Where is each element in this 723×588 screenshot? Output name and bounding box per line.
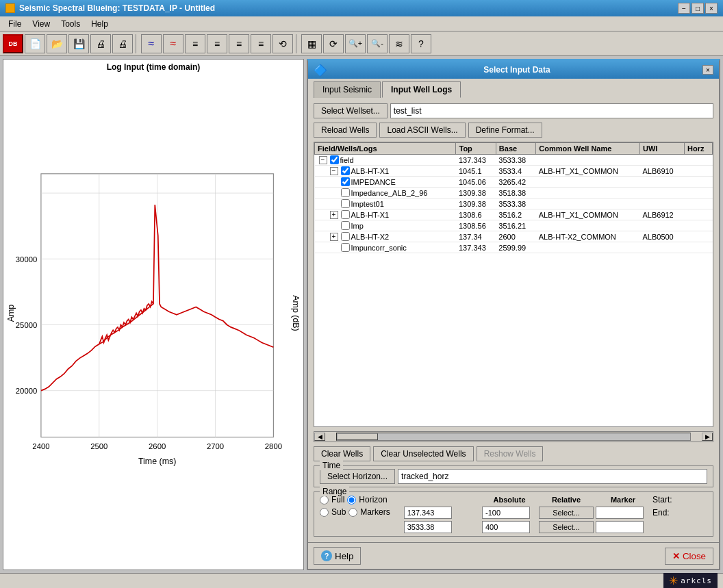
- toolbar-open-btn[interactable]: 📂: [47, 34, 67, 53]
- toolbar-list1-btn[interactable]: ≡: [185, 34, 205, 53]
- start-marker-input[interactable]: [596, 507, 644, 519]
- minimize-btn[interactable]: −: [678, 3, 690, 14]
- expander-alb-ht-x2[interactable]: +: [330, 233, 338, 241]
- tree-table: Field/Wells/Logs Top Base Common Well Na…: [314, 142, 713, 253]
- select-horizon-btn[interactable]: Select Horizon...: [320, 469, 395, 484]
- start-relative-input[interactable]: [482, 507, 530, 519]
- horizon-input[interactable]: [398, 469, 707, 484]
- svg-text:Amp (dB): Amp (dB): [291, 295, 301, 331]
- table-row: − ALB-HT-X1 1045.1 3533.4 ALB-HT_X1_COMM…: [315, 166, 713, 177]
- end-absolute-input[interactable]: [404, 521, 452, 533]
- menu-view[interactable]: View: [27, 18, 55, 30]
- expander-field[interactable]: −: [319, 156, 327, 164]
- expander-alb-ht-x1-1[interactable]: −: [330, 167, 338, 175]
- menu-file[interactable]: File: [3, 18, 27, 30]
- cell-uwi: [639, 155, 684, 166]
- end-relative-input[interactable]: [482, 521, 530, 533]
- tab-input-seismic[interactable]: Input Seismic: [314, 81, 381, 98]
- maximize-btn[interactable]: □: [692, 3, 704, 14]
- radio-sub[interactable]: [320, 508, 329, 517]
- end-label: End:: [652, 508, 707, 517]
- help-btn[interactable]: ? Help: [314, 547, 361, 565]
- toolbar-zoom-in-btn[interactable]: 🔍+: [345, 34, 366, 53]
- toolbar-grid-btn[interactable]: ▦: [301, 34, 322, 53]
- radio-markers[interactable]: [348, 508, 357, 517]
- radio-horizon[interactable]: [347, 496, 356, 504]
- wellset-input[interactable]: [390, 103, 713, 118]
- cell-horz: [685, 166, 713, 177]
- scroll-right-btn[interactable]: ▶: [702, 433, 713, 441]
- bottom-buttons: Clear Wells Clear Unselected Wells Resho…: [314, 446, 713, 461]
- checkbox-alb-ht-x2[interactable]: [341, 232, 350, 241]
- close-dialog-btn[interactable]: ✕ Close: [665, 548, 713, 565]
- toolbar-list4-btn[interactable]: ≡: [251, 34, 271, 53]
- checkbox-imp[interactable]: [341, 221, 350, 230]
- range-values: Absolute Relative Marker Start: Select..…: [404, 495, 707, 533]
- window-title: Seismic Spectral Blueing: TESTDATA_IP - …: [19, 3, 215, 13]
- tree-table-container[interactable]: Field/Wells/Logs Top Base Common Well Na…: [314, 142, 713, 427]
- chart-title: Log Input (time domain): [6, 62, 301, 72]
- toolbar-chart1-btn[interactable]: ≈: [141, 34, 162, 53]
- load-ascii-btn[interactable]: Load ASCII Wells...: [379, 123, 465, 138]
- checkbox-impedance-alb-2-96[interactable]: [341, 188, 350, 197]
- menu-help[interactable]: Help: [86, 18, 114, 30]
- define-format-btn[interactable]: Define Format...: [468, 123, 542, 138]
- checkbox-alb-ht-x1-2[interactable]: [341, 210, 350, 219]
- toolbar-list3-btn[interactable]: ≡: [229, 34, 249, 53]
- scroll-left-btn[interactable]: ◀: [314, 433, 325, 441]
- close-btn-label: Close: [683, 551, 706, 561]
- window-close-btn[interactable]: ×: [705, 3, 718, 14]
- radio-horizon-label: Horizon: [359, 495, 387, 504]
- toolbar-colormap-btn[interactable]: ≋: [389, 34, 409, 53]
- toolbar-save-btn[interactable]: 💾: [68, 34, 89, 53]
- start-marker-btn[interactable]: Select...: [539, 507, 594, 519]
- toolbar-print-btn[interactable]: 🖨: [90, 34, 111, 53]
- radio-full[interactable]: [320, 496, 329, 504]
- expander-alb-ht-x1-2[interactable]: +: [330, 211, 338, 219]
- reload-wells-btn[interactable]: Reload Wells: [314, 123, 377, 138]
- end-marker-btn[interactable]: Select...: [539, 521, 594, 533]
- cell-top: 1308.56: [456, 220, 496, 231]
- clear-unselected-btn[interactable]: Clear Unselected Wells: [373, 446, 474, 461]
- cell-name: − ALB-HT-X1: [315, 166, 456, 177]
- toolbar-list2-btn[interactable]: ≡: [207, 34, 227, 53]
- toolbar-refresh-btn[interactable]: ⟳: [323, 34, 344, 53]
- scroll-track[interactable]: [336, 433, 691, 441]
- time-section: Time Select Horizon...: [314, 465, 713, 487]
- checkbox-imptest01[interactable]: [341, 199, 350, 208]
- start-absolute-input[interactable]: [404, 507, 452, 519]
- clear-wells-btn[interactable]: Clear Wells: [314, 446, 370, 461]
- toolbar-help-btn[interactable]: ?: [411, 34, 431, 53]
- status-logo: ✳ arkcls: [663, 573, 718, 588]
- title-bar: Seismic Spectral Blueing: TESTDATA_IP - …: [0, 0, 723, 16]
- cell-top: 1045.06: [456, 177, 496, 188]
- checkbox-impuncorr-sonic[interactable]: [341, 243, 350, 252]
- toolbar-chart2-btn[interactable]: ≈: [163, 34, 183, 53]
- cell-top: 137.34: [456, 231, 496, 242]
- row-label-field: field: [340, 156, 354, 164]
- toolbar-new-btn[interactable]: 📄: [25, 34, 45, 53]
- table-row: Impuncorr_sonic 137.343 2599.99: [315, 242, 713, 253]
- toolbar-db-btn[interactable]: DB: [3, 34, 23, 53]
- toolbar-reload-btn[interactable]: ⟲: [272, 34, 293, 53]
- checkbox-field[interactable]: [330, 155, 339, 164]
- cell-top: 1309.38: [456, 188, 496, 199]
- reshow-wells-btn[interactable]: Reshow Wells: [477, 446, 544, 461]
- toolbar-print2-btn[interactable]: 🖨: [112, 34, 133, 53]
- checkbox-impedance[interactable]: [341, 177, 350, 186]
- select-wellset-btn[interactable]: Select Wellset...: [314, 103, 388, 118]
- wells-toolbar: Reload Wells Load ASCII Wells... Define …: [314, 123, 713, 138]
- cell-top: 137.343: [456, 242, 496, 253]
- radio-group: Full Horizon Sub Markers: [320, 495, 390, 517]
- action-bar: ? Help ✕ Close: [308, 542, 719, 569]
- dialog-content: Select Wellset... Reload Wells Load ASCI…: [308, 98, 719, 542]
- scroll-thumb[interactable]: [337, 433, 378, 440]
- end-marker-input[interactable]: [596, 521, 644, 533]
- radio-markers-label: Markers: [360, 507, 390, 517]
- horizontal-scrollbar[interactable]: ◀ ▶: [314, 431, 713, 442]
- checkbox-alb-ht-x1-1[interactable]: [341, 166, 350, 175]
- tab-input-well-logs[interactable]: Input Well Logs: [382, 81, 461, 98]
- dialog-close-x-btn[interactable]: ×: [702, 65, 713, 75]
- menu-tools[interactable]: Tools: [55, 18, 86, 30]
- toolbar-zoom-out-btn[interactable]: 🔍-: [367, 34, 388, 53]
